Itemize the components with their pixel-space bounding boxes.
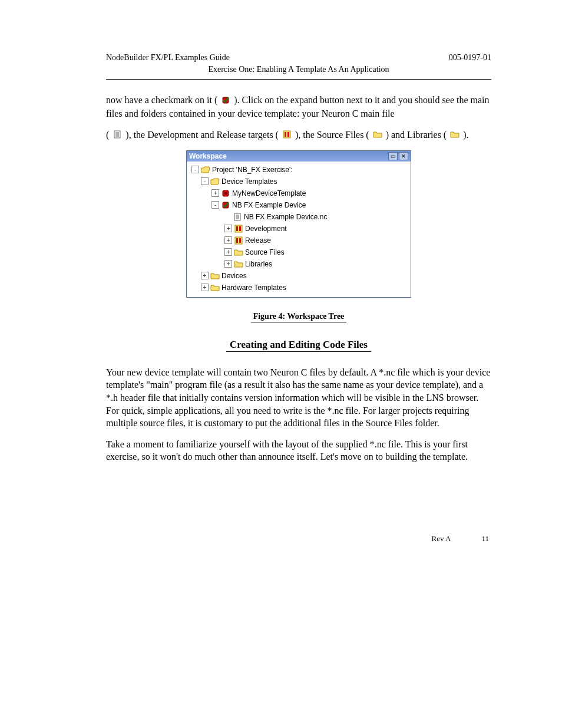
tree-node[interactable]: -Project 'NB_FX Exercise': bbox=[190, 164, 407, 176]
tree-label: Libraries bbox=[245, 260, 272, 268]
tree-spacer bbox=[224, 213, 231, 220]
expand-icon[interactable]: + bbox=[224, 260, 232, 268]
expand-icon[interactable]: + bbox=[201, 284, 209, 291]
header-left: NodeBuilder FX/PL Examples Guide bbox=[106, 53, 230, 62]
page-header: NodeBuilder FX/PL Examples Guide 005-019… bbox=[106, 53, 491, 62]
collapse-icon[interactable]: - bbox=[211, 201, 219, 209]
close-icon[interactable]: ✕ bbox=[399, 152, 408, 160]
tree-label: Release bbox=[245, 236, 271, 245]
doc-icon bbox=[233, 213, 242, 221]
tree-node[interactable]: +MyNewDeviceTemplate bbox=[190, 187, 407, 199]
paragraph-code-1: Your new device template will contain tw… bbox=[106, 366, 491, 430]
tree-label: Hardware Templates bbox=[222, 284, 286, 292]
tree-label: MyNewDeviceTemplate bbox=[232, 189, 306, 197]
chip-check-icon bbox=[221, 95, 230, 108]
tree-node[interactable]: +Devices bbox=[190, 270, 407, 282]
tree-label: Project 'NB_FX Exercise': bbox=[212, 166, 293, 174]
tree-node[interactable]: +Libraries bbox=[190, 258, 407, 270]
expand-icon[interactable]: + bbox=[224, 248, 232, 256]
tree-label: NB FX Example Device bbox=[232, 201, 306, 209]
tree-node[interactable]: +Hardware Templates bbox=[190, 282, 407, 294]
folder-icon bbox=[373, 129, 382, 142]
collapse-icon[interactable]: - bbox=[201, 177, 209, 185]
folder-icon bbox=[234, 248, 243, 256]
tree-node[interactable]: +Source Files bbox=[190, 246, 407, 258]
tree-node[interactable]: NB FX Example Device.nc bbox=[190, 211, 407, 223]
folder-open-icon bbox=[210, 177, 220, 186]
target-icon bbox=[282, 129, 292, 142]
target-icon bbox=[234, 236, 243, 245]
paragraph-icons: now have a checkmark on it ( ). Click on… bbox=[106, 94, 491, 120]
header-rule bbox=[106, 79, 491, 80]
collapse-icon[interactable]: - bbox=[191, 166, 199, 173]
target-icon bbox=[234, 225, 243, 233]
footer-rev: Rev A bbox=[432, 534, 451, 543]
workspace-title: Workspace bbox=[189, 152, 227, 160]
paragraph-code-2: Take a moment to familiarize yourself wi… bbox=[106, 438, 491, 463]
figure-caption: Figure 4: Workspace Tree bbox=[106, 312, 491, 321]
folder-icon bbox=[450, 129, 459, 142]
expand-icon[interactable]: + bbox=[224, 236, 232, 244]
tree-label: Development bbox=[245, 225, 287, 233]
workspace-titlebar[interactable]: Workspace ▭ ✕ bbox=[187, 151, 411, 162]
chip-check-icon bbox=[221, 201, 230, 209]
tree-node[interactable]: -Device Templates bbox=[190, 176, 407, 187]
expand-icon[interactable]: + bbox=[224, 225, 232, 232]
minimize-icon[interactable]: ▭ bbox=[388, 152, 398, 160]
folder-icon bbox=[234, 260, 243, 268]
paragraph-icons-2: ( ), the Development and Release targets… bbox=[106, 129, 491, 142]
workspace-tree[interactable]: -Project 'NB_FX Exercise':-Device Templa… bbox=[187, 162, 411, 297]
folder-icon bbox=[210, 284, 220, 292]
tree-node[interactable]: +Development bbox=[190, 223, 407, 235]
header-title: Exercise One: Enabling A Template As An … bbox=[106, 65, 491, 74]
footer-page: 11 bbox=[481, 534, 489, 543]
workspace-panel: Workspace ▭ ✕ -Project 'NB_FX Exercise':… bbox=[186, 150, 411, 298]
chip-red-icon bbox=[221, 189, 230, 197]
tree-node[interactable]: +Release bbox=[190, 235, 407, 246]
expand-icon[interactable]: + bbox=[201, 272, 209, 279]
section-heading: Creating and Editing Code Files bbox=[106, 339, 491, 351]
tree-label: Source Files bbox=[245, 248, 285, 256]
tree-node[interactable]: -NB FX Example Device bbox=[190, 199, 407, 211]
doc-icon bbox=[113, 129, 122, 142]
folder-icon bbox=[210, 272, 220, 280]
expand-icon[interactable]: + bbox=[211, 189, 219, 197]
tree-label: NB FX Example Device.nc bbox=[244, 213, 327, 221]
folder-open-icon bbox=[201, 166, 210, 174]
tree-label: Devices bbox=[222, 272, 247, 280]
header-right: 005-0197-01 bbox=[449, 53, 491, 62]
tree-label: Device Templates bbox=[222, 177, 277, 186]
page-footer: Rev A 11 bbox=[106, 534, 491, 543]
